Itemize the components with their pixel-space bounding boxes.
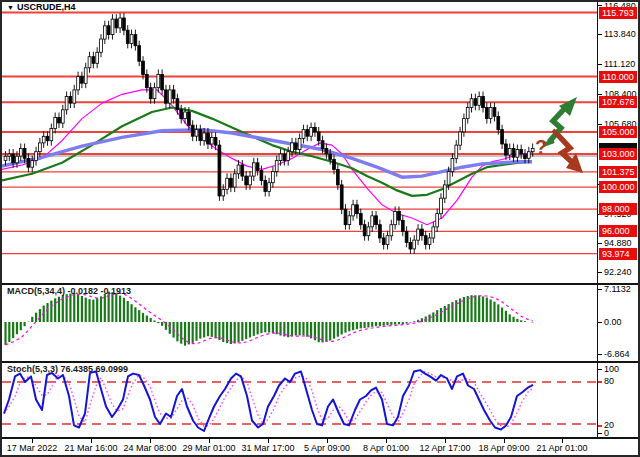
price-level-badge: 103.000 (599, 148, 637, 160)
stoch-tick-mark (598, 381, 602, 383)
time-axis-label: 17 Mar 2022 (7, 443, 58, 453)
price-level-badge: 100.000 (599, 181, 637, 193)
main-chart-plot[interactable]: ? ▼ USCRUDE,H4 (2, 2, 597, 283)
macd-tick-mark (598, 354, 602, 355)
panel-separator[interactable] (2, 437, 638, 439)
price-level-badge: 101.375 (599, 166, 637, 178)
price-level-badge: 105.000 (599, 126, 637, 138)
price-level-badge: 110.000 (599, 71, 637, 83)
time-axis-label: 5 Apr 09:00 (304, 443, 350, 453)
time-axis-label: 12 Apr 17:00 (419, 443, 470, 453)
price-tick-label: 113.840 (604, 29, 636, 39)
price-tick-label: 111.120 (604, 59, 635, 69)
stoch-tick-mark (598, 369, 602, 370)
time-axis[interactable]: 17 Mar 202221 Mar 16:0024 Mar 08:0029 Ma… (2, 439, 638, 455)
price-tick-mark (598, 124, 602, 125)
macd-panel[interactable]: MACD(5,34,4) -0.0182 -0.1913 (2, 285, 597, 361)
time-axis-label: 8 Apr 01:00 (363, 443, 409, 453)
price-tick-mark (598, 5, 602, 6)
panel-separator[interactable] (2, 361, 638, 363)
panel-separator[interactable] (2, 283, 638, 285)
symbol-title: USCRUDE,H4 (17, 2, 76, 12)
time-axis-label: 24 Mar 08:00 (123, 443, 176, 453)
stoch-k-line (4, 370, 533, 431)
stoch-tick-mark (598, 425, 602, 427)
price-scale[interactable]: 116.480113.840111.120108.400105.680100.2… (598, 2, 638, 437)
stochastic-panel[interactable]: Stoch(5,3,3) 76.4385 69.0999 (2, 363, 597, 437)
price-level-badge: 107.676 (599, 96, 637, 108)
price-tick-label: 92.240 (604, 267, 632, 277)
macd-label: MACD(5,34,4) -0.0182 -0.1913 (7, 286, 131, 296)
price-tick-mark (598, 272, 602, 273)
macd-signal-line (6, 293, 533, 345)
stoch-label: Stoch(5,3,3) 76.4385 69.0999 (7, 364, 128, 374)
question-mark-label: ? (535, 136, 547, 158)
annotation-layer: ? (2, 2, 597, 283)
stochastic-layer (2, 363, 597, 437)
time-axis-label: 29 Mar 01:00 (182, 443, 235, 453)
macd-tick-mark (598, 322, 602, 323)
scale-separator (597, 2, 598, 437)
time-axis-label: 18 Apr 09:00 (478, 443, 529, 453)
price-level-badge: 96.000 (599, 225, 637, 237)
macd-layer (2, 285, 597, 361)
stoch-tick-mark (598, 433, 602, 434)
macd-scale-label: 0.00 (604, 317, 622, 327)
chart-window: ? ▼ USCRUDE,H4 MACD(5,34,4) -0.0182 -0.1… (0, 0, 640, 457)
price-tick-mark (598, 64, 602, 65)
time-axis-label: 21 Apr 01:00 (536, 443, 587, 453)
price-level-badge: 93.974 (599, 248, 637, 260)
price-tick-mark (598, 243, 602, 244)
time-axis-label: 21 Mar 16:00 (64, 443, 117, 453)
price-tick-label: 94.880 (604, 238, 632, 248)
price-level-badge: 98.000 (599, 203, 637, 215)
trend-down-arrow[interactable] (553, 130, 583, 173)
chart-title-bar[interactable]: ▼ USCRUDE,H4 (7, 2, 75, 12)
macd-tick-mark (598, 289, 602, 290)
price-tick-mark (598, 34, 602, 35)
stoch-scale-label: 100 (604, 364, 619, 374)
stoch-scale-label: 80 (604, 376, 614, 386)
price-tick-mark (598, 94, 602, 95)
macd-scale-label: 7.1132 (604, 284, 631, 294)
price-level-badge: 115.793 (599, 7, 637, 19)
time-axis-label: 31 Mar 17:00 (241, 443, 294, 453)
macd-scale-label: -6.864 (604, 349, 630, 359)
symbol-caret-down-icon[interactable]: ▼ (7, 4, 14, 11)
